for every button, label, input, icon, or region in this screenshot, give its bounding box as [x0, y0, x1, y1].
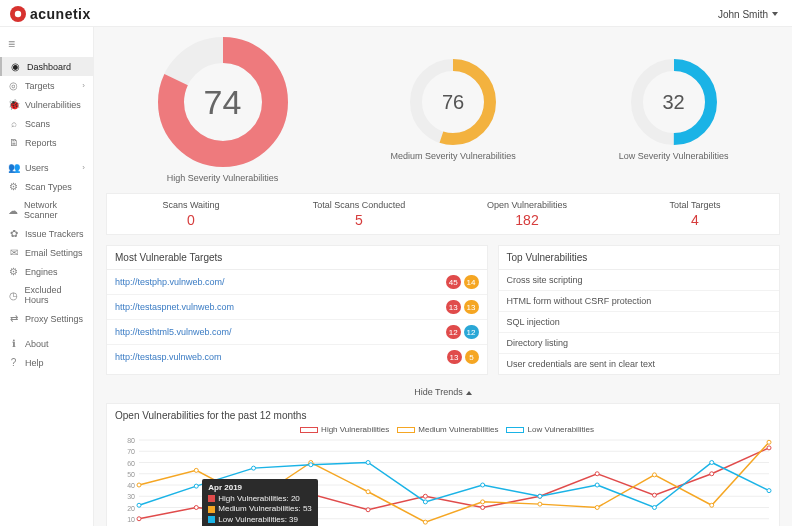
- chevron-right-icon: ›: [82, 163, 85, 172]
- main-content: 74 High Severity Vulnerabilities 76 Medi…: [94, 27, 792, 526]
- severity-ring-1: 76 Medium Severity Vulnerabilities: [391, 59, 516, 161]
- severity-ring-0: 74 High Severity Vulnerabilities: [158, 37, 288, 183]
- ring-value: 74: [204, 83, 242, 122]
- sidebar-item-about[interactable]: ℹAbout: [0, 334, 93, 353]
- brand-mark-icon: [10, 6, 26, 22]
- count-badge: 14: [464, 275, 479, 289]
- sidebar-item-label: Help: [25, 358, 44, 368]
- chevron-right-icon: ›: [82, 81, 85, 90]
- tooltip-line: Low Vulnerabilities: 39: [208, 515, 312, 525]
- issue-icon: ✿: [8, 228, 19, 239]
- svg-text:70: 70: [127, 448, 135, 455]
- sidebar-item-help[interactable]: ?Help: [0, 353, 93, 372]
- chart-legend: High VulnerabilitiesMedium Vulnerabiliti…: [115, 425, 771, 434]
- sidebar-item-label: Excluded Hours: [24, 285, 85, 305]
- legend-swatch: [397, 427, 415, 433]
- engine-icon: ⚙: [8, 266, 19, 277]
- sidebar-item-email-settings[interactable]: ✉Email Settings: [0, 243, 93, 262]
- target-url: http://testphp.vulnweb.com/: [115, 277, 446, 287]
- about-icon: ℹ: [8, 338, 19, 349]
- svg-text:10: 10: [127, 516, 135, 523]
- sidebar-item-reports[interactable]: 🗎Reports: [0, 133, 93, 152]
- target-row[interactable]: http://testaspnet.vulnweb.com1313: [107, 295, 487, 320]
- brand-name: acunetix: [30, 6, 91, 22]
- legend-label: Low Vulnerabilities: [527, 425, 593, 434]
- sidebar-item-label: Users: [25, 163, 49, 173]
- svg-point-62: [137, 503, 141, 507]
- stat-scans-waiting: Scans Waiting 0: [107, 194, 275, 234]
- ring-gauge: 74: [158, 37, 288, 167]
- count-badge: 13: [447, 350, 462, 364]
- help-icon: ?: [8, 357, 19, 368]
- user-menu[interactable]: John Smith: [718, 9, 778, 20]
- sidebar-item-excluded-hours[interactable]: ◷Excluded Hours: [0, 281, 93, 309]
- svg-point-57: [538, 502, 542, 506]
- sidebar-item-scan-types[interactable]: ⚙Scan Types: [0, 177, 93, 196]
- target-row[interactable]: http://testasp.vulnweb.com135: [107, 345, 487, 369]
- legend-label: Medium Vulnerabilities: [418, 425, 498, 434]
- panel-title: Top Vulnerabilities: [499, 246, 780, 270]
- target-row[interactable]: http://testhtml5.vulnweb.com/1212: [107, 320, 487, 345]
- legend-swatch: [300, 427, 318, 433]
- sidebar-item-issue-trackers[interactable]: ✿Issue Trackers: [0, 224, 93, 243]
- sidebar-item-vulnerabilities[interactable]: 🐞Vulnerabilities: [0, 95, 93, 114]
- target-url: http://testaspnet.vulnweb.com: [115, 302, 446, 312]
- svg-point-60: [710, 503, 714, 507]
- chart-tooltip: Apr 2019High Vulnerabilities: 20Medium V…: [202, 479, 318, 526]
- vulnerability-row[interactable]: HTML form without CSRF protection: [499, 291, 780, 312]
- svg-point-58: [595, 506, 599, 510]
- vulnerability-row[interactable]: SQL injection: [499, 312, 780, 333]
- svg-text:40: 40: [127, 482, 135, 489]
- svg-point-66: [366, 461, 370, 465]
- sidebar-item-scans[interactable]: ⌕Scans: [0, 114, 93, 133]
- sidebar-item-engines[interactable]: ⚙Engines: [0, 262, 93, 281]
- svg-point-55: [423, 520, 427, 524]
- svg-text:20: 20: [127, 505, 135, 512]
- stat-label: Total Scans Conducted: [279, 200, 439, 210]
- ring-gauge: 76: [410, 59, 496, 145]
- sidebar-item-network-scanner[interactable]: ☁Network Scanner: [0, 196, 93, 224]
- vulnerability-row[interactable]: Directory listing: [499, 333, 780, 354]
- tooltip-title: Apr 2019: [208, 483, 312, 493]
- panel-title: Most Vulnerable Targets: [107, 246, 487, 270]
- svg-point-56: [481, 500, 485, 504]
- dashboard-icon: ◉: [10, 61, 21, 72]
- vulnerability-name: Directory listing: [507, 338, 569, 348]
- svg-point-46: [595, 472, 599, 476]
- svg-point-72: [710, 461, 714, 465]
- caret-down-icon: [772, 12, 778, 16]
- hide-trends-toggle[interactable]: Hide Trends: [106, 383, 780, 403]
- vulnerability-row[interactable]: Cross site scripting: [499, 270, 780, 291]
- svg-point-68: [481, 483, 485, 487]
- severity-rings: 74 High Severity Vulnerabilities 76 Medi…: [106, 37, 780, 183]
- app-header: acunetix John Smith: [0, 0, 792, 27]
- svg-point-64: [252, 466, 256, 470]
- sidebar-item-label: Scan Types: [25, 182, 72, 192]
- svg-point-65: [309, 463, 313, 467]
- sidebar-toggle[interactable]: ≡: [0, 31, 93, 57]
- panels: Most Vulnerable Targets http://testphp.v…: [106, 245, 780, 375]
- vulnerability-name: Cross site scripting: [507, 275, 583, 285]
- svg-point-70: [595, 483, 599, 487]
- svg-point-71: [652, 506, 656, 510]
- count-badge: 12: [446, 325, 461, 339]
- users-icon: 👥: [8, 162, 19, 173]
- sidebar-item-proxy-settings[interactable]: ⇄Proxy Settings: [0, 309, 93, 328]
- svg-point-49: [767, 446, 771, 450]
- vulnerability-row[interactable]: User credentials are sent in clear text: [499, 354, 780, 374]
- sidebar-item-targets[interactable]: ◎Targets›: [0, 76, 93, 95]
- target-row[interactable]: http://testphp.vulnweb.com/4514: [107, 270, 487, 295]
- sidebar-item-users[interactable]: 👥Users›: [0, 158, 93, 177]
- ring-label: Low Severity Vulnerabilities: [619, 151, 729, 161]
- svg-point-39: [194, 506, 198, 510]
- vulnerability-name: HTML form without CSRF protection: [507, 296, 652, 306]
- sidebar-item-label: Vulnerabilities: [25, 100, 81, 110]
- proxy-icon: ⇄: [8, 313, 19, 324]
- sidebar-item-label: Scans: [25, 119, 50, 129]
- most-vulnerable-panel: Most Vulnerable Targets http://testphp.v…: [106, 245, 488, 375]
- sidebar-item-dashboard[interactable]: ◉Dashboard: [0, 57, 93, 76]
- svg-point-44: [481, 506, 485, 510]
- stat-label: Total Targets: [615, 200, 775, 210]
- ring-gauge: 32: [631, 59, 717, 145]
- trends-chart: Open Vulnerabilities for the past 12 mon…: [106, 403, 780, 526]
